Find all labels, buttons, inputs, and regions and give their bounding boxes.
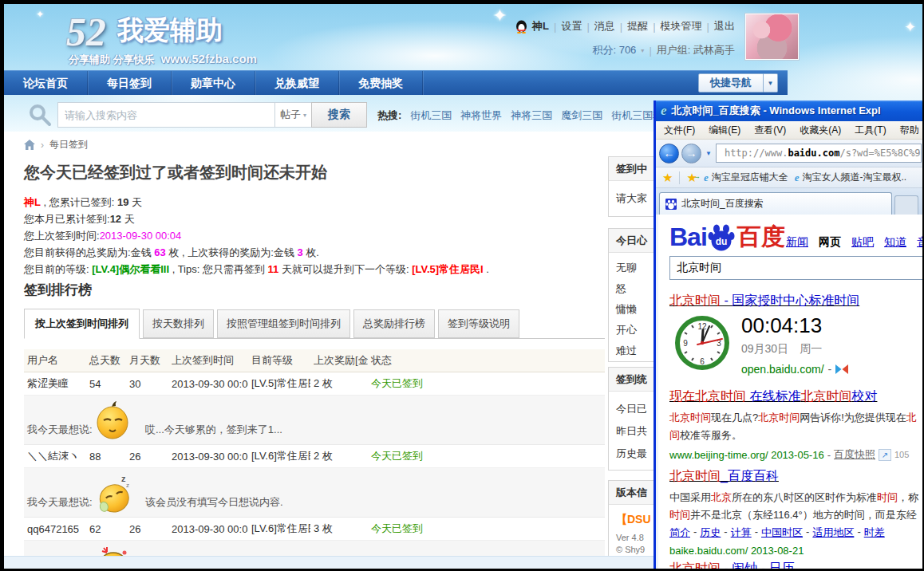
baidu-logo[interactable]: Bai du 百度 — [669, 221, 785, 254]
sublink[interactable]: 适用地区 — [812, 526, 854, 540]
menu-tools[interactable]: 工具(T) — [855, 124, 886, 137]
ie-address-bar: ← → ▼ http://www.baidu.com/s?wd=%E5%8C%9… — [656, 140, 924, 167]
hot-link[interactable]: 街机三国 — [410, 108, 452, 123]
current-date: 09月30日周一 — [741, 342, 822, 356]
new-tab-stub[interactable] — [894, 195, 918, 215]
tab-by-admin-group[interactable]: 按照管理组签到时间排列 — [217, 309, 350, 338]
tab-total-reward[interactable]: 总奖励排行榜 — [353, 309, 435, 338]
baidu-bowtie-icon[interactable] — [835, 364, 848, 374]
result-title-time-service[interactable]: 北京时间 - 国家授时中心标准时间 — [669, 293, 859, 309]
reminders-link[interactable]: 提醒 — [627, 19, 648, 33]
status-badge: 今天已签到 — [368, 376, 605, 391]
sparkle-icon: ✦ — [36, 9, 44, 20]
search-button[interactable]: 搜索 — [311, 102, 367, 128]
row-username[interactable]: ＼＼結涑ヽ — [24, 449, 86, 463]
table-row: 紫涩美瞳 54 30 2013-09-30 00:00 [LV.5]常住居民I … — [24, 372, 605, 396]
baidu-nav-news[interactable]: 新闻 — [786, 235, 808, 250]
baidu-nav-music[interactable]: 音 — [917, 235, 924, 250]
message-row: 我今天最想说: z z 该会员没有填写今日想说内容. — [24, 468, 605, 518]
ie-menu-bar: 文件(F) 编辑(E) 查看(V) 收藏夹(A) 工具(T) 帮助 — [656, 121, 924, 140]
sublink[interactable]: 时差 — [864, 526, 885, 540]
score-dropdown-icon[interactable]: ▾ — [641, 47, 644, 54]
share-icon[interactable]: ↗ — [879, 449, 891, 461]
menu-view[interactable]: 查看(V) — [754, 124, 786, 137]
ie-title-bar[interactable]: e 北京时间_百度搜索 - Windows Internet Expl — [656, 100, 924, 121]
nav-daily-signin[interactable]: 每日签到 — [88, 71, 172, 95]
address-field[interactable]: http://www.baidu.com/s?wd=%E5%8C%97%E4 — [716, 144, 922, 163]
favorite-item[interactable]: e 淘宝女人频道-淘宝最权.. — [795, 171, 906, 184]
baidu-results-page: Bai du 百度 新闻 网页 贴吧 知道 音 北京时间 - 国家授时中心标准时 — [658, 215, 924, 569]
svg-text:z: z — [126, 482, 129, 489]
baidu-nav-web[interactable]: 网页 — [819, 235, 841, 250]
result-title-beijing-time-org[interactable]: 现在北京时间 在线标准北京时间校对 — [669, 388, 877, 405]
main-navbar: 论坛首页 每日签到 勋章中心 兑换威望 免费抽奖 快捷导航 ▼ — [4, 70, 788, 95]
logo-number: 52 — [66, 10, 106, 54]
tab-baidu-search[interactable]: 北京时间_百度搜索 — [659, 192, 892, 215]
result-title-clock-calendar[interactable]: 北京时间 - 闹钟 - 日历 — [669, 561, 794, 569]
add-favorite-icon[interactable]: ★→ — [686, 171, 697, 185]
signin-line-month: 您本月已累计签到:12 天 — [24, 211, 489, 227]
tab-level-help[interactable]: 签到等级说明 — [438, 309, 519, 338]
history-dropdown-icon[interactable]: ▼ — [705, 150, 712, 157]
signin-status-heading: 您今天已经签到过了或者签到时间还未开始 — [24, 162, 327, 183]
module-manage-link[interactable]: 模块管理 — [661, 19, 702, 33]
hot-search-row: 热搜: 街机三国 神将世界 神将三国 魔剑三国 街机三国辅助 三 — [377, 108, 693, 123]
quick-nav-dropdown-icon[interactable]: ▼ — [764, 73, 778, 93]
ie-page-icon: e — [704, 171, 709, 184]
forward-button[interactable]: → — [681, 144, 701, 163]
baidu-search-input[interactable] — [669, 256, 924, 280]
result-sublinks: 简介- 历史- 计算- 中国时区- 适用地区- 时差 — [669, 526, 885, 540]
relieved-smile-emoji-icon — [94, 401, 131, 439]
ie-window-title: 北京时间_百度搜索 - Windows Internet Expl — [672, 104, 881, 118]
scope-dropdown-icon: ▾ — [303, 112, 306, 119]
result-url: www.beijing-time.org/ 2013-05-16 - 百度快照 … — [669, 447, 909, 462]
tab-by-last-signin[interactable]: 按上次签到时间排列 — [24, 309, 140, 339]
ie-tab-bar: 北京时间_百度搜索 — [656, 188, 924, 215]
baidu-snapshot-link[interactable]: 百度快照 — [834, 447, 875, 462]
ranking-table: 用户名 总天数 月天数 上次签到时间 目前等级 上次奖励[金钱] 状态 紫涩美瞳… — [24, 349, 605, 571]
settings-link[interactable]: 设置 — [561, 19, 582, 33]
hot-link[interactable]: 神将世界 — [460, 108, 502, 123]
result-title-baike[interactable]: 北京时间_百度百科 — [669, 468, 779, 485]
ranking-heading: 签到排行榜 — [24, 281, 92, 299]
nav-free-lottery[interactable]: 免费抽奖 — [339, 71, 423, 95]
sublink[interactable]: 简介 — [669, 526, 690, 540]
back-button[interactable]: ← — [659, 144, 679, 163]
sublink[interactable]: 中国时区 — [761, 526, 803, 540]
hot-link[interactable]: 神将三国 — [511, 108, 552, 123]
breadcrumb-current[interactable]: 每日签到 — [49, 138, 88, 152]
site-logo[interactable]: 52我爱辅助 — [66, 9, 223, 55]
logo-tagline: 分享辅助 分享快乐www.52fzba.com — [69, 52, 257, 67]
search-scope-select[interactable]: 帖子 ▾ — [274, 102, 311, 128]
logout-link[interactable]: 退出 — [714, 19, 735, 33]
row-username[interactable]: qq6472165 — [24, 523, 86, 535]
row-username[interactable]: 紫涩美瞳 — [24, 376, 86, 391]
sublink[interactable]: 计算 — [731, 526, 752, 540]
signin-line-lasttime: 您上次签到时间:2013-09-30 00:04 — [24, 227, 489, 244]
url-domain: baidu.com — [788, 148, 839, 159]
messages-link[interactable]: 消息 — [594, 19, 615, 33]
sublink[interactable]: 历史 — [700, 526, 721, 540]
tab-by-days[interactable]: 按天数排列 — [143, 309, 214, 338]
avatar[interactable] — [745, 14, 799, 60]
url-scheme: http://www. — [725, 148, 788, 159]
baidu-nav-tieba[interactable]: 贴吧 — [851, 235, 874, 250]
baidu-nav-zhidao[interactable]: 知道 — [884, 235, 906, 250]
menu-edit[interactable]: 编辑(E) — [709, 124, 740, 137]
nav-medal-center[interactable]: 勋章中心 — [172, 71, 255, 95]
menu-favorites[interactable]: 收藏夹(A) — [800, 124, 841, 137]
menu-file[interactable]: 文件(F) — [664, 124, 695, 137]
home-icon[interactable] — [24, 140, 35, 150]
nav-exchange[interactable]: 兑换威望 — [255, 71, 339, 95]
search-icon — [28, 103, 52, 127]
svg-text:9: 9 — [683, 339, 688, 348]
search-input[interactable] — [57, 102, 274, 128]
favorite-item[interactable]: e 淘宝皇冠店铺大全 — [704, 171, 788, 184]
menu-help[interactable]: 帮助 — [900, 124, 919, 137]
hot-link[interactable]: 魔剑三国 — [561, 108, 602, 123]
nav-forum-home[interactable]: 论坛首页 — [4, 71, 88, 95]
score-value[interactable]: 积分: 706 — [592, 43, 636, 57]
favorites-star-icon[interactable]: ★ — [662, 171, 673, 185]
username[interactable]: 神L — [532, 19, 549, 33]
quick-nav-button[interactable]: 快捷导航 — [698, 73, 764, 93]
